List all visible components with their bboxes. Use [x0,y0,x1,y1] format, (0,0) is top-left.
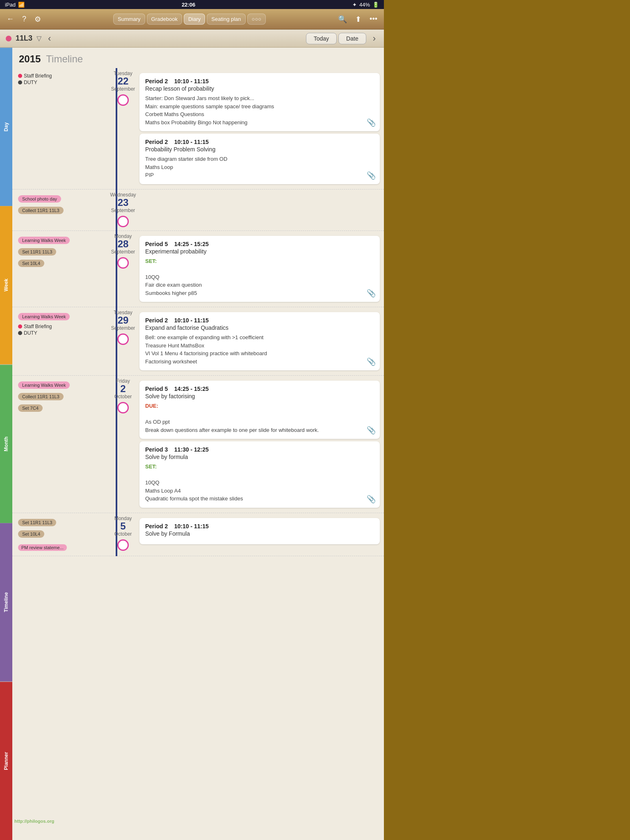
sep29-event-staff: Staff Briefing [18,324,107,329]
card-oct5-1[interactable]: Period 2 10:10 - 11:15 Solve by Formula [139,518,380,544]
planner-tab[interactable]: Planner [0,682,12,840]
date-row-oct5: Set 11R1 11L3 Set 10L4 PM review stateme… [12,513,384,556]
timeline-content: 2015 Timeline Staff Briefing DUTY [12,48,384,840]
card-title: Solve by factorising [145,393,374,399]
card-sep22-1[interactable]: Period 2 10:10 - 11:15 Recap lesson of p… [139,73,380,131]
search-button[interactable]: 🔍 [336,13,349,25]
week-tab[interactable]: Week [0,206,12,364]
gradebook-tab[interactable]: Gradebook [147,14,182,25]
back-button[interactable]: ← [4,13,16,25]
card-oct2-2[interactable]: Period 3 11:30 - 12:25 Solve by formula … [139,441,380,508]
card-period: Period 2 10:10 - 11:15 [145,317,374,324]
card-period: Period 3 11:30 - 12:25 [145,446,374,453]
set-label: SET: [145,258,157,264]
sep28-event-set2: Set 10L4 [18,259,107,269]
card-body: Starter: Don Steward Jars most likely to… [145,94,374,126]
oct5-date-node: Monday 5 October [111,513,135,554]
nav-date-btns: Today Date [306,33,366,44]
card-title: Recap lesson of probability [145,85,374,92]
sep29-event-walks: Learning Walks Week [18,312,107,323]
card-body: Tree diagram starter slide from ODMaths … [145,155,374,179]
date-button[interactable]: Date [338,33,366,44]
sep22-event-duty: DUTY [18,80,107,85]
sep22-event-staff: Staff Briefing [18,73,107,79]
oct5-pm-row: PM review stateme... [18,543,107,552]
sep28-event-set1: Set 11R1 11L3 [18,247,107,258]
sep29-event-duty: DUTY [18,330,107,336]
day-tab[interactable]: Day [0,48,12,206]
card-sep22-2[interactable]: Period 2 10:10 - 11:15 Probability Probl… [139,134,380,184]
sep28-events: Learning Walks Week Set 11R1 11L3 Set 10… [12,231,111,274]
sep29-date-node: Tuesday 29 September [111,307,135,348]
card-sep28-1[interactable]: Period 5 14:25 - 15:25 Experimental prob… [139,236,380,302]
oct2-collect-pill: Collect 11R1 11L3 [18,393,64,400]
attachment-icon: 📎 [367,171,376,180]
sep22-cards: Period 2 10:10 - 11:15 Recap lesson of p… [135,68,384,189]
year-header: 2015 Timeline [12,48,384,68]
oct5-event-set1: Set 11R1 11L3 [18,518,107,529]
card-title: Probability Problem Solving [145,146,374,153]
pm-review-pill: PM review stateme... [18,544,67,551]
bluetooth-icon: ✦ [352,2,357,8]
card-body: SET: 10QQFair dice exam questionSumbooks… [145,257,374,297]
school-photo-pill: School photo day [18,195,61,203]
date-row-sep29: Learning Walks Week Staff Briefing DUTY … [12,307,384,376]
help-button[interactable]: ? [20,13,29,25]
oct2-date-node: Friday 2 October [111,376,135,417]
card-period: Period 5 14:25 - 15:25 [145,241,374,247]
set-label: SET: [145,463,157,470]
sep29-node [117,333,129,345]
sep23-day-number: 23 [118,198,129,208]
sep28-cards: Period 5 14:25 - 15:25 Experimental prob… [135,231,384,307]
card-period: Period 2 10:10 - 11:15 [145,139,374,145]
sep22-node [117,94,129,106]
card-sep29-1[interactable]: Period 2 10:10 - 11:15 Expand and factor… [139,312,380,370]
timeline-tab[interactable]: Timeline [0,523,12,681]
status-right: ✦ 44% 🔋 [352,2,379,8]
sep23-date-node: Wednesday 23 September [111,189,135,231]
sep23-event-collect: Collect 11R1 11L3 [18,206,107,217]
filter-icon[interactable]: ▽ [37,34,41,42]
due-label: DUE: [145,403,158,409]
share-button[interactable]: ⬆ [353,13,364,25]
sep29-events: Learning Walks Week Staff Briefing DUTY [12,307,111,341]
side-tabs: Day Week Month Timeline Planner [0,48,12,840]
month-tab[interactable]: Month [0,365,12,523]
sep28-date-node: Monday 28 September [111,231,135,272]
oct2-event-collect: Collect 11R1 11L3 [18,392,107,403]
sep22-month: September [111,86,135,92]
attachment-icon: 📎 [367,118,376,127]
card-title: Solve by Formula [145,530,374,537]
overflow-button[interactable]: ••• [367,13,380,25]
oct5-day-number: 5 [120,521,126,531]
card-body: Bell: one example of expanding with >1 c… [145,333,374,365]
diary-tab[interactable]: Diary [184,14,205,25]
set11r1-pill: Set 11R1 11L3 [18,248,56,256]
oct5-event-set2: Set 10L4 [18,530,107,540]
nav-bar: ← ? ⚙ Summary Gradebook Diary Seating pl… [0,9,384,30]
timeline-label: Timeline [43,53,83,64]
oct2-event-walks: Learning Walks Week [18,381,107,391]
set10l4-pill: Set 10L4 [18,260,44,267]
card-body: DUE: As OD pptBreak down questions after… [145,402,374,434]
oct5-month: October [114,531,132,537]
battery-level: 44% [359,2,370,8]
oct2-day-number: 2 [120,384,126,394]
class-name: 11L3 [16,34,32,43]
card-title: Experimental probability [145,248,374,255]
oct2-set-pill: Set 7C4 [18,404,43,412]
sep28-node [117,257,129,269]
more-tab[interactable]: ○○○ [247,14,266,25]
today-button[interactable]: Today [306,33,337,44]
dot-dark-icon [18,331,22,335]
prev-button[interactable]: ‹ [46,32,53,45]
summary-tab[interactable]: Summary [113,14,145,25]
settings-button[interactable]: ⚙ [32,13,43,25]
oct5-node [117,539,129,551]
seating-tab[interactable]: Seating plan [207,14,245,25]
oct2-node [117,402,129,413]
card-oct2-1[interactable]: Period 5 14:25 - 15:25 Solve by factoris… [139,381,380,439]
next-button[interactable]: › [370,32,378,45]
dot-pink-icon [18,74,22,78]
date-row-sep22: Staff Briefing DUTY Tuesday 22 September… [12,68,384,189]
